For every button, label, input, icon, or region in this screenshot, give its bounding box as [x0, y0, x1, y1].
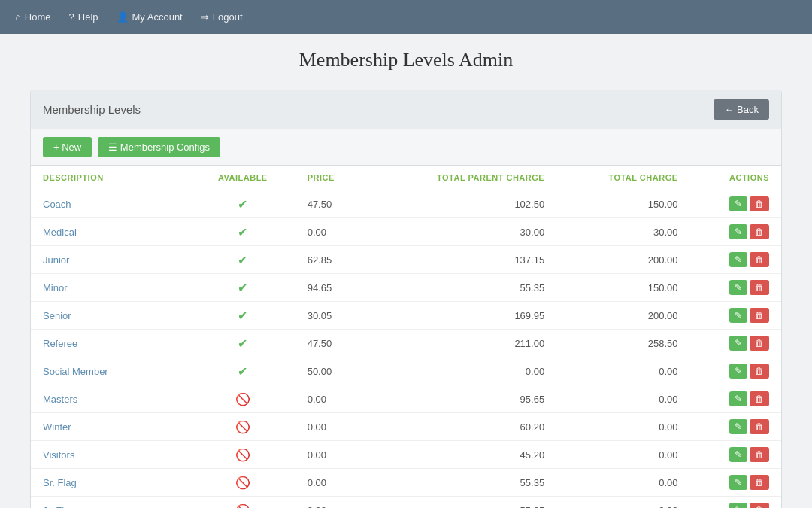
- cell-actions: ✎ 🗑: [690, 441, 781, 469]
- cell-price: 0.00: [295, 497, 368, 509]
- edit-button[interactable]: ✎: [729, 280, 747, 295]
- edit-button[interactable]: ✎: [729, 364, 747, 379]
- edit-button[interactable]: ✎: [729, 308, 747, 323]
- cell-price: 0.00: [295, 441, 368, 469]
- cell-total-charge: 0.00: [556, 413, 689, 441]
- delete-button[interactable]: 🗑: [750, 280, 769, 295]
- table-row: Masters 🚫 0.00 95.65 0.00 ✎ 🗑: [31, 385, 781, 413]
- edit-button[interactable]: ✎: [729, 475, 747, 490]
- cell-total-parent-charge: 0.00: [368, 357, 556, 385]
- cell-description: Coach: [31, 190, 190, 218]
- cell-available: ✔: [190, 330, 295, 357]
- cell-actions: ✎ 🗑: [690, 413, 781, 441]
- edit-button[interactable]: ✎: [729, 447, 747, 462]
- cell-total-charge: 0.00: [556, 497, 689, 509]
- col-total-charge: Total Charge: [556, 166, 689, 190]
- cell-available: ✔: [190, 218, 295, 246]
- home-icon: ⌂: [15, 11, 21, 23]
- cell-description: Sr. Flag: [31, 469, 190, 497]
- delete-button[interactable]: 🗑: [750, 364, 769, 379]
- col-description: Description: [31, 166, 190, 190]
- available-no-icon: 🚫: [235, 449, 250, 461]
- edit-button[interactable]: ✎: [729, 503, 747, 508]
- col-actions: Actions: [690, 166, 781, 190]
- available-yes-icon: ✔: [238, 226, 247, 239]
- cell-available: ✔: [190, 246, 295, 274]
- cell-actions: ✎ 🗑: [690, 218, 781, 246]
- edit-button[interactable]: ✎: [729, 336, 747, 351]
- delete-button[interactable]: 🗑: [750, 419, 769, 434]
- logout-icon: ⇒: [201, 11, 209, 23]
- nav-logout[interactable]: ⇒ Logout: [201, 11, 243, 23]
- cell-actions: ✎ 🗑: [690, 330, 781, 357]
- navbar: ⌂ Home ? Help 👤 My Account ⇒ Logout: [0, 0, 812, 34]
- edit-button[interactable]: ✎: [729, 391, 747, 406]
- membership-levels-card: Membership Levels ← Back + New ☰ Members…: [30, 90, 782, 508]
- delete-button[interactable]: 🗑: [750, 391, 769, 406]
- col-price: Price: [295, 166, 368, 190]
- cell-price: 0.00: [295, 218, 368, 246]
- cell-actions: ✎ 🗑: [690, 302, 781, 330]
- card-header: Membership Levels ← Back: [31, 90, 781, 129]
- edit-button[interactable]: ✎: [729, 252, 747, 267]
- cell-total-parent-charge: 55.35: [368, 497, 556, 509]
- cell-total-charge: 200.00: [556, 302, 689, 330]
- delete-button[interactable]: 🗑: [750, 447, 769, 462]
- cell-price: 0.00: [295, 413, 368, 441]
- cell-actions: ✎ 🗑: [690, 469, 781, 497]
- cell-actions: ✎ 🗑: [690, 246, 781, 274]
- table-row: Sr. Flag 🚫 0.00 55.35 0.00 ✎ 🗑: [31, 469, 781, 497]
- back-button[interactable]: ← Back: [714, 99, 769, 120]
- table-header: Description Available Price Total Parent…: [31, 166, 781, 190]
- cell-description: Junior: [31, 246, 190, 274]
- table-row: Jr. Flag 🚫 0.00 55.35 0.00 ✎ 🗑: [31, 497, 781, 509]
- table-row: Coach ✔ 47.50 102.50 150.00 ✎ 🗑: [31, 190, 781, 218]
- table-row: Visitors 🚫 0.00 45.20 0.00 ✎ 🗑: [31, 441, 781, 469]
- edit-button[interactable]: ✎: [729, 224, 747, 239]
- nav-home[interactable]: ⌂ Home: [15, 11, 51, 23]
- cell-price: 50.00: [295, 357, 368, 385]
- available-yes-icon: ✔: [238, 365, 247, 378]
- table-body: Coach ✔ 47.50 102.50 150.00 ✎ 🗑 Medical …: [31, 190, 781, 509]
- nav-my-account[interactable]: 👤 My Account: [117, 11, 183, 23]
- cell-description: Visitors: [31, 441, 190, 469]
- membership-configs-button[interactable]: ☰ Membership Configs: [98, 137, 220, 157]
- cell-available: ✔: [190, 357, 295, 385]
- cell-description: Minor: [31, 274, 190, 302]
- cell-total-charge: 200.00: [556, 246, 689, 274]
- new-button[interactable]: + New: [43, 137, 92, 157]
- cell-total-charge: 0.00: [556, 441, 689, 469]
- delete-button[interactable]: 🗑: [750, 308, 769, 323]
- delete-button[interactable]: 🗑: [750, 475, 769, 490]
- cell-available: 🚫: [190, 413, 295, 441]
- cell-description: Winter: [31, 413, 190, 441]
- col-total-parent-charge: Total Parent Charge: [368, 166, 556, 190]
- available-no-icon: 🚫: [235, 476, 250, 489]
- cell-price: 62.85: [295, 246, 368, 274]
- delete-button[interactable]: 🗑: [750, 252, 769, 267]
- cell-description: Social Member: [31, 357, 190, 385]
- cell-total-charge: 30.00: [556, 218, 689, 246]
- delete-button[interactable]: 🗑: [750, 336, 769, 351]
- cell-available: ✔: [190, 190, 295, 218]
- available-yes-icon: ✔: [238, 337, 247, 350]
- cell-price: 0.00: [295, 385, 368, 413]
- edit-button[interactable]: ✎: [729, 196, 747, 211]
- delete-button[interactable]: 🗑: [750, 503, 769, 508]
- table-row: Winter 🚫 0.00 60.20 0.00 ✎ 🗑: [31, 413, 781, 441]
- cell-price: 0.00: [295, 469, 368, 497]
- nav-help[interactable]: ? Help: [69, 11, 98, 23]
- cell-total-parent-charge: 211.00: [368, 330, 556, 357]
- cell-available: 🚫: [190, 385, 295, 413]
- delete-button[interactable]: 🗑: [750, 196, 769, 211]
- available-no-icon: 🚫: [235, 393, 250, 406]
- cell-description: Medical: [31, 218, 190, 246]
- cell-price: 47.50: [295, 190, 368, 218]
- cell-available: 🚫: [190, 469, 295, 497]
- cell-price: 94.65: [295, 274, 368, 302]
- col-available: Available: [190, 166, 295, 190]
- cell-total-parent-charge: 95.65: [368, 385, 556, 413]
- table-row: Junior ✔ 62.85 137.15 200.00 ✎ 🗑: [31, 246, 781, 274]
- delete-button[interactable]: 🗑: [750, 224, 769, 239]
- edit-button[interactable]: ✎: [729, 419, 747, 434]
